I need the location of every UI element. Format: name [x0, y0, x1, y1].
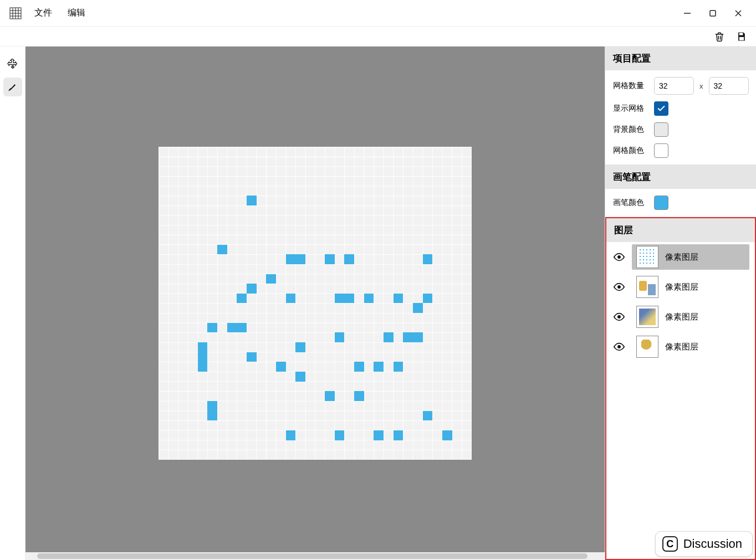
painted-cell[interactable] [286, 254, 296, 264]
painted-cell[interactable] [394, 294, 403, 304]
layer-name: 像素图层 [665, 342, 698, 352]
discussion-label: Discussion [683, 537, 742, 551]
painted-cell[interactable] [286, 294, 296, 304]
brush-color-label: 画笔颜色 [613, 198, 648, 208]
layer-item[interactable]: 像素图层 [606, 242, 755, 272]
painted-cell[interactable] [335, 294, 345, 304]
painted-cell[interactable] [207, 401, 217, 411]
app-logo-icon [8, 6, 23, 21]
discussion-button[interactable]: C Discussion [655, 531, 753, 557]
menu-edit[interactable]: 编辑 [60, 4, 93, 22]
painted-cell[interactable] [247, 352, 257, 362]
layer-thumbnail [636, 336, 658, 358]
layer-name: 像素图层 [665, 252, 698, 263]
painted-cell[interactable] [295, 254, 305, 264]
painted-cell[interactable] [325, 391, 335, 401]
layers-panel: 图层 像素图层像素图层像素图层像素图层 [605, 217, 756, 560]
painted-cell[interactable] [384, 332, 394, 342]
painted-cell[interactable] [354, 391, 364, 401]
painted-cell[interactable] [227, 323, 237, 333]
painted-cell[interactable] [423, 411, 433, 421]
show-grid-checkbox[interactable] [654, 101, 668, 116]
painted-cell[interactable] [325, 254, 335, 264]
painted-cell[interactable] [394, 430, 403, 440]
svg-point-6 [617, 285, 621, 289]
layer-thumbnail [636, 306, 658, 328]
svg-point-8 [617, 345, 621, 348]
painted-cell[interactable] [354, 362, 364, 372]
svg-rect-4 [739, 37, 744, 40]
show-grid-label: 显示网格 [613, 104, 648, 114]
svg-rect-2 [710, 11, 716, 16]
canvas-viewport[interactable] [25, 47, 605, 560]
painted-cell[interactable] [394, 362, 403, 372]
painted-cell[interactable] [198, 342, 208, 352]
horizontal-scrollbar[interactable] [25, 552, 605, 560]
painted-cell[interactable] [266, 274, 276, 284]
layer-thumbnail [636, 276, 658, 298]
painted-cell[interactable] [207, 323, 217, 333]
painted-cell[interactable] [335, 430, 345, 440]
grid-width-input[interactable] [654, 77, 694, 95]
painted-cell[interactable] [335, 332, 345, 342]
painted-cell[interactable] [198, 352, 208, 362]
show-grid-row: 显示网格 [613, 101, 748, 116]
painted-cell[interactable] [344, 294, 354, 304]
layer-item[interactable]: 像素图层 [606, 272, 755, 302]
bg-color-row: 背景颜色 [613, 122, 748, 137]
titlebar: 文件 编辑 [0, 0, 756, 27]
layer-item[interactable]: 像素图层 [606, 302, 755, 332]
right-sidebar: 项目配置 网格数量 x 显示网格 背景颜色 [605, 47, 756, 560]
save-button[interactable] [735, 30, 748, 43]
painted-cell[interactable] [276, 362, 286, 372]
painted-cell[interactable] [442, 430, 452, 440]
pixel-canvas[interactable] [159, 147, 472, 460]
painted-cell[interactable] [207, 411, 217, 421]
delete-button[interactable] [713, 30, 726, 43]
grid-color-swatch[interactable] [654, 143, 668, 158]
painted-cell[interactable] [295, 342, 305, 352]
brush-config-title: 画笔配置 [605, 165, 756, 189]
layer-visibility-toggle[interactable] [612, 250, 626, 264]
painted-cell[interactable] [217, 245, 227, 255]
minimize-button[interactable] [680, 6, 695, 21]
window-controls [680, 6, 752, 21]
painted-cell[interactable] [286, 430, 296, 440]
painted-cell[interactable] [237, 294, 247, 304]
grid-height-input[interactable] [709, 77, 749, 95]
discussion-icon: C [662, 536, 678, 552]
brush-color-swatch[interactable] [654, 196, 668, 210]
bg-color-swatch[interactable] [654, 122, 668, 137]
scrollbar-thumb[interactable] [37, 553, 588, 559]
painted-cell[interactable] [344, 254, 354, 264]
layer-item[interactable]: 像素图层 [606, 332, 755, 362]
layer-visibility-toggle[interactable] [612, 340, 626, 354]
layer-visibility-toggle[interactable] [612, 280, 626, 294]
menu-file[interactable]: 文件 [27, 4, 60, 22]
grid-x-separator: x [699, 82, 703, 90]
painted-cell[interactable] [247, 284, 257, 294]
painted-cell[interactable] [364, 294, 374, 304]
painted-cell[interactable] [247, 196, 257, 205]
brush-tool[interactable] [3, 78, 22, 96]
main-area: 项目配置 网格数量 x 显示网格 背景颜色 [0, 47, 756, 560]
painted-cell[interactable] [295, 372, 305, 382]
painted-cell[interactable] [423, 294, 433, 304]
grid-color-label: 网格颜色 [613, 146, 648, 156]
maximize-button[interactable] [705, 6, 721, 21]
bg-color-label: 背景颜色 [613, 125, 648, 135]
painted-cell[interactable] [413, 303, 423, 313]
painted-cell[interactable] [403, 332, 413, 342]
move-tool[interactable] [3, 54, 22, 73]
painted-cell[interactable] [423, 254, 433, 264]
layer-name: 像素图层 [665, 312, 698, 322]
painted-cell[interactable] [413, 332, 423, 342]
painted-cell[interactable] [237, 323, 247, 333]
grid-count-row: 网格数量 x [613, 77, 748, 95]
painted-cell[interactable] [374, 362, 384, 372]
painted-cell[interactable] [374, 430, 384, 440]
close-button[interactable] [731, 6, 746, 21]
layer-visibility-toggle[interactable] [612, 310, 626, 324]
layer-thumbnail [636, 246, 658, 268]
painted-cell[interactable] [198, 362, 208, 372]
